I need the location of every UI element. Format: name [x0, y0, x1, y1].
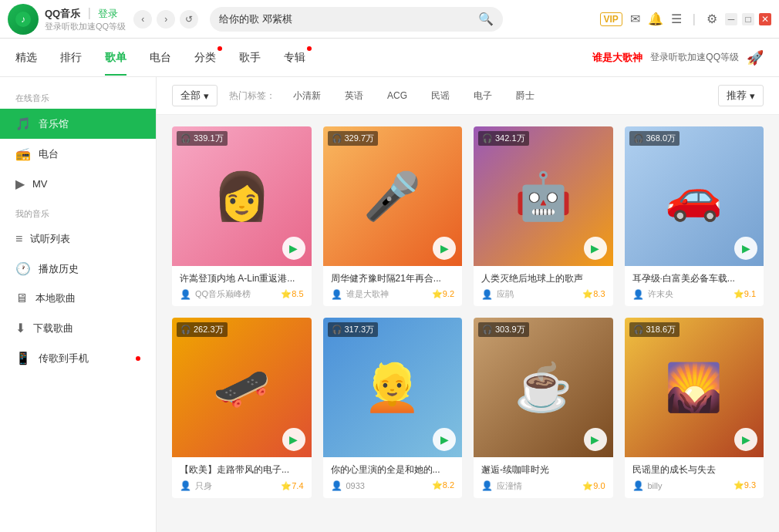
headphone-icon: 🎧 [482, 133, 493, 143]
tab-category[interactable]: 分类 [194, 40, 216, 76]
card-play-button[interactable]: ▶ [433, 428, 456, 451]
headphone-icon: 🎧 [633, 325, 644, 335]
tag-english[interactable]: 英语 [339, 88, 369, 104]
card-title: 许嵩登顶内地 A-Lin重返港... [180, 272, 304, 285]
app-logo: ♪ [8, 4, 39, 35]
sidebar-item-radio[interactable]: 📻 电台 [0, 139, 156, 169]
tab-album[interactable]: 专辑 [284, 40, 305, 76]
playlist-card-8[interactable]: 🌄 🎧 318.6万 ▶ 民谣里的成长与失去 👤 billy ⭐9.3 [625, 318, 764, 497]
maximize-button[interactable]: □ [742, 13, 754, 25]
card-info: 周华健齐豫时隔21年再合... 👤 谁是大歌神 ⭐9.2 [323, 266, 463, 307]
card-info: 民谣里的成长与失去 👤 billy ⭐9.3 [625, 457, 764, 497]
card-play-button[interactable]: ▶ [734, 428, 757, 451]
playlist-card-5[interactable]: 🛹 🎧 262.3万 ▶ 【欧美】走路带风的电子... 👤 只身 ⭐7.4 [172, 318, 312, 497]
card-meta: 👤 0933 ⭐8.2 [331, 480, 455, 491]
notification-icon[interactable]: 🔔 [648, 12, 663, 26]
card-play-button[interactable]: ▶ [282, 428, 305, 451]
tag-folk[interactable]: 民谣 [425, 88, 456, 104]
tab-radio[interactable]: 电台 [150, 40, 171, 76]
play-count: 🎧 303.9万 [478, 322, 529, 337]
sidebar-item-transfer[interactable]: 📱 传歌到手机 [0, 343, 156, 373]
play-count: 🎧 318.6万 [629, 322, 680, 337]
play-count: 🎧 342.1万 [478, 131, 529, 146]
play-count: 🎧 368.0万 [629, 131, 680, 146]
vip-badge[interactable]: VIP [600, 12, 622, 26]
play-count: 🎧 262.3万 [177, 322, 228, 337]
headphone-icon: 🎧 [180, 325, 191, 335]
transfer-label: 传歌到手机 [39, 352, 89, 365]
login-link[interactable]: 登录 [98, 8, 118, 19]
card-title: 耳孕级·白富美必备车载... [632, 272, 757, 285]
playlist-card-1[interactable]: 👩 🎧 339.1万 ▶ 许嵩登顶内地 A-Lin重返港... 👤 QQ音乐巅峰… [172, 126, 312, 306]
nav-back-button[interactable]: ‹ [133, 10, 152, 29]
card-play-button[interactable]: ▶ [584, 237, 607, 260]
trial-list-icon: ≡ [15, 232, 22, 246]
card-source: 谁是大歌神 [346, 288, 389, 300]
card-info: 【欧美】走路带风的电子... 👤 只身 ⭐7.4 [172, 457, 312, 498]
my-music-section: 我的音乐 [0, 199, 156, 224]
playlist-card-3[interactable]: 🤖 🎧 342.1万 ▶ 人类灭绝后地球上的歌声 👤 应鹃 ⭐8.3 [474, 126, 613, 306]
card-score: ⭐9.0 [582, 481, 605, 491]
card-source: QQ音乐巅峰榜 [195, 288, 251, 300]
play-count: 🎧 329.7万 [328, 131, 379, 146]
card-meta: 👤 应潼情 ⭐9.0 [481, 480, 605, 492]
sidebar-item-music-hall[interactable]: 🎵 音乐馆 [0, 109, 156, 139]
tab-ranking[interactable]: 排行 [60, 40, 82, 76]
card-play-button[interactable]: ▶ [433, 237, 456, 260]
nav-forward-button[interactable]: › [157, 10, 175, 29]
headphone-icon: 🎧 [633, 133, 644, 143]
minimize-button[interactable]: ─ [725, 13, 737, 25]
card-info: 邂逅-续咖啡时光 👤 应潼情 ⭐9.0 [474, 457, 613, 498]
card-source: 只身 [195, 480, 212, 492]
filter-bar: 全部 ▾ 热门标签： 小清新 英语 ACG 民谣 电子 爵士 推荐 ▾ [157, 77, 779, 115]
trial-list-label: 试听列表 [30, 232, 70, 246]
main-layout: 在线音乐 🎵 音乐馆 📻 电台 ▶ MV 我的音乐 ≡ 试听列表 🕐 播放历史 … [0, 77, 779, 532]
card-info: 人类灭绝后地球上的歌声 👤 应鹃 ⭐8.3 [474, 266, 613, 307]
mail-icon[interactable]: ✉ [630, 12, 640, 26]
refresh-button[interactable]: ↺ [180, 10, 198, 29]
card-source: 许末央 [648, 288, 673, 300]
menu-icon[interactable]: ☰ [671, 12, 682, 26]
rocket-icon[interactable]: 🚀 [747, 49, 764, 66]
tab-playlist[interactable]: 歌单 [105, 40, 126, 76]
filter-select[interactable]: 全部 ▾ [172, 85, 218, 106]
hot-tags-label: 热门标签： [229, 89, 275, 103]
playlist-card-2[interactable]: 🎤 🎧 329.7万 ▶ 周华健齐豫时隔21年再合... 👤 谁是大歌神 ⭐9.… [323, 126, 463, 306]
tag-fresh[interactable]: 小清新 [287, 88, 327, 104]
count-text: 262.3万 [194, 324, 224, 335]
sidebar-item-trial-list[interactable]: ≡ 试听列表 [0, 224, 156, 254]
svg-text:♪: ♪ [21, 14, 25, 25]
sidebar-item-mv[interactable]: ▶ MV [0, 169, 156, 199]
card-play-button[interactable]: ▶ [734, 237, 757, 260]
tab-featured[interactable]: 精选 [15, 40, 37, 76]
card-thumbnail: 👱 🎧 317.3万 ▶ [323, 318, 463, 457]
playlist-card-4[interactable]: 🚗 🎧 368.0万 ▶ 耳孕级·白富美必备车载... 👤 许末央 ⭐9.1 [625, 126, 764, 306]
transfer-dot [136, 356, 140, 361]
tag-electronic[interactable]: 电子 [467, 88, 498, 104]
search-icon[interactable]: 🔍 [478, 12, 494, 26]
sidebar-item-local-songs[interactable]: 🖥 本地歌曲 [0, 284, 156, 313]
sidebar-item-download[interactable]: ⬇ 下载歌曲 [0, 313, 156, 343]
close-button[interactable]: ✕ [759, 13, 771, 25]
chevron-down-icon: ▾ [204, 90, 209, 102]
user-icon: 👤 [481, 289, 493, 300]
settings-icon[interactable]: ⚙ [706, 12, 717, 26]
playlist-card-7[interactable]: ☕ 🎧 303.9万 ▶ 邂逅-续咖啡时光 👤 应潼情 ⭐9.0 [474, 318, 613, 497]
card-play-button[interactable]: ▶ [584, 428, 607, 451]
card-score: ⭐9.1 [733, 289, 756, 299]
tab-singer[interactable]: 歌手 [239, 40, 261, 76]
count-text: 317.3万 [345, 324, 375, 335]
tag-jazz[interactable]: 爵士 [510, 88, 541, 104]
playlist-card-6[interactable]: 👱 🎧 317.3万 ▶ 你的心里演的全是和她的... 👤 0933 ⭐8.2 [323, 318, 463, 497]
who-is-god-label[interactable]: 谁是大歌神 [592, 51, 642, 65]
recommend-button[interactable]: 推荐 ▾ [718, 85, 764, 106]
card-thumbnail: 🛹 🎧 262.3万 ▶ [172, 318, 312, 457]
card-play-button[interactable]: ▶ [282, 237, 305, 260]
playlist-grid: 👩 🎧 339.1万 ▶ 许嵩登顶内地 A-Lin重返港... 👤 QQ音乐巅峰… [157, 115, 779, 510]
card-score: ⭐9.2 [432, 289, 454, 299]
nav-login-tip[interactable]: 登录听歌加速QQ等级 [650, 51, 739, 64]
search-input[interactable] [219, 13, 478, 25]
tag-acg[interactable]: ACG [381, 89, 413, 103]
sidebar-item-play-history[interactable]: 🕐 播放历史 [0, 254, 156, 284]
radio-label: 电台 [39, 147, 59, 161]
